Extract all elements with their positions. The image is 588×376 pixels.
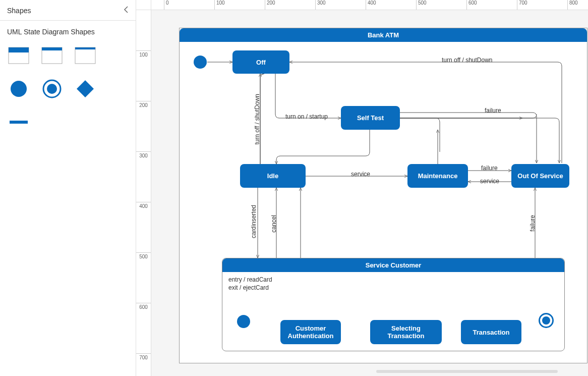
label-failure-mid: failure (481, 165, 498, 172)
canvas[interactable]: Bank ATM (151, 10, 588, 376)
exit-action: exit / ejectCard (228, 284, 558, 292)
ruler-h-tick: 100 (214, 0, 225, 10)
svg-rect-4 (75, 47, 95, 64)
ruler-horizontal: 0 100 200 300 400 500 600 700 800 (151, 0, 588, 10)
svg-rect-1 (9, 47, 29, 52)
initial-state-bankatm[interactable] (194, 56, 207, 69)
final-state-service-customer[interactable] (539, 313, 554, 328)
canvas-area: 0 100 200 300 400 500 600 700 800 100 20… (136, 0, 588, 376)
collapse-panel-button[interactable] (124, 6, 129, 15)
ruler-v-tick: 400 (136, 202, 151, 209)
shapes-panel-header: Shapes (0, 0, 136, 21)
state-maintenance[interactable]: Maintenance (407, 164, 468, 188)
shapes-grid (0, 39, 136, 139)
shape-choice[interactable] (74, 77, 97, 100)
svg-rect-3 (42, 47, 62, 50)
shape-composite-state[interactable] (7, 44, 30, 67)
ruler-h-tick: 200 (265, 0, 275, 10)
svg-rect-5 (75, 47, 95, 49)
state-selecting-transaction[interactable]: Selecting Transaction (370, 320, 442, 344)
frame-service-customer-title: Service Customer (222, 258, 564, 272)
ruler-h-tick: 700 (517, 0, 527, 10)
label-service-back: service (480, 178, 499, 185)
state-selftest[interactable]: Self Test (341, 106, 400, 130)
label-turnoff-shutdown-top: turn off / shutDown (442, 57, 493, 64)
initial-state-service-customer[interactable] (237, 315, 250, 328)
state-outofservice[interactable]: Out Of Service (511, 164, 569, 188)
ruler-v-tick: 300 (136, 151, 151, 158)
svg-point-6 (11, 81, 27, 97)
entry-action: entry / readCard (228, 276, 558, 284)
chevron-left-icon (124, 6, 129, 13)
shape-category-title: UML State Diagram Shapes (0, 21, 136, 39)
shape-final-state[interactable] (40, 77, 64, 100)
label-cancel: cancel (270, 215, 277, 233)
frame-service-customer-body: entry / readCard exit / ejectCard (222, 272, 564, 296)
svg-rect-9 (10, 121, 28, 124)
shape-state-compartment[interactable] (74, 44, 97, 67)
ruler-vertical: 100 200 300 400 500 600 700 (136, 10, 151, 376)
label-turnoff-shutdown-left: turn off / shutDown (254, 94, 261, 145)
horizontal-scrollbar[interactable] (376, 370, 558, 373)
ruler-h-tick: 600 (466, 0, 477, 10)
state-off[interactable]: Off (232, 50, 289, 74)
ruler-v-tick: 600 (136, 303, 151, 310)
state-transaction[interactable]: Transaction (461, 320, 521, 344)
ruler-v-tick: 100 (136, 50, 151, 58)
label-failure-top: failure (485, 107, 501, 114)
label-service: service (351, 171, 370, 178)
ruler-h-tick: 500 (416, 0, 427, 10)
ruler-h-tick: 800 (567, 0, 578, 10)
state-customer-authentication[interactable]: Customer Authentication (280, 320, 341, 344)
shape-simple-state[interactable] (40, 44, 64, 67)
frame-bank-atm-title: Bank ATM (180, 28, 587, 42)
label-cardinserted: cardinserted (250, 205, 257, 238)
state-idle[interactable]: Idle (240, 164, 306, 188)
shapes-panel: Shapes UML State Diagram Shapes (0, 0, 136, 376)
shape-transition[interactable] (7, 111, 30, 134)
svg-point-8 (47, 84, 57, 94)
ruler-h-tick: 300 (315, 0, 326, 10)
label-turnon-startup: turn on / startup (285, 113, 328, 120)
ruler-corner (136, 0, 151, 10)
ruler-h-tick: 0 (164, 0, 169, 10)
ruler-v-tick: 200 (136, 101, 151, 108)
shape-initial-state[interactable] (7, 77, 30, 100)
app-root: Shapes UML State Diagram Shapes (0, 0, 588, 376)
ruler-h-tick: 400 (366, 0, 376, 10)
label-failure-right: failure (529, 215, 536, 232)
ruler-v-tick: 700 (136, 353, 151, 360)
diagram-sheet[interactable]: Bank ATM (179, 28, 587, 363)
ruler-v-tick: 500 (136, 252, 151, 259)
shapes-panel-title: Shapes (7, 7, 31, 15)
